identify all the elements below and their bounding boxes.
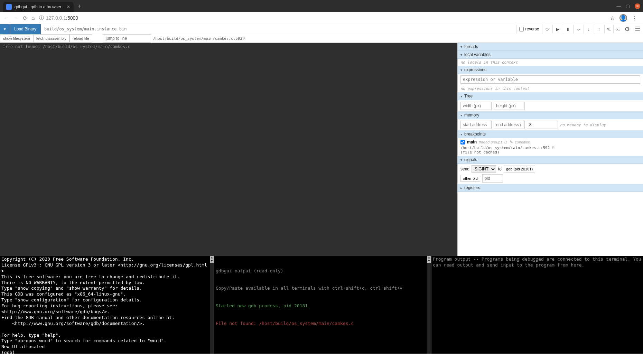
step-out-icon[interactable]: ↑ [594, 25, 604, 34]
show-filesystem-button[interactable]: show filesystem [0, 34, 33, 43]
step-instruction-button[interactable]: SI [613, 25, 622, 34]
terminal-area: Copyright (C) 2020 Free Software Foundat… [0, 256, 643, 354]
next-instruction-button[interactable]: NI [604, 25, 613, 34]
reverse-checkbox-label[interactable]: reverse [516, 25, 542, 34]
site-info-icon[interactable]: ⓘ [39, 15, 44, 21]
edit-condition-icon[interactable]: ✎ [510, 140, 513, 144]
expression-input[interactable] [460, 75, 640, 84]
menu-icon[interactable]: ☰ [632, 25, 643, 33]
terminal-line: <http://www.gnu.org/software/gdb/bugs/>. [1, 309, 209, 315]
terminal-line: This is free software: you are free to c… [1, 274, 209, 280]
breakpoint-row: main thread groups: i1 ✎condition /host/… [458, 138, 643, 156]
binary-path-input[interactable] [41, 25, 516, 34]
signals-header[interactable]: ▾signals [458, 156, 643, 164]
program-output-terminal[interactable]: Program output -- Programs being debugge… [431, 256, 643, 354]
browser-nav-bar: ← → ⟳ ⌂ ⓘ 127.0.0.1:5000 ☆ 👤 ⋮ [0, 12, 643, 24]
chevron-down-icon: ▾ [460, 45, 462, 49]
terminal-line: This GDB was configured as "x86_64-linux… [1, 291, 209, 297]
pause-icon[interactable]: ⏸ [563, 25, 573, 34]
breakpoint-function: main [467, 140, 477, 144]
fetch-disassembly-button[interactable]: fetch disassembly [33, 34, 69, 43]
registers-header[interactable]: ▸registers [458, 184, 643, 192]
url-bar[interactable]: ⓘ 127.0.0.1:5000 [39, 15, 606, 21]
signal-select[interactable]: SIGINT [472, 165, 496, 173]
gdb-terminal[interactable]: Copyright (C) 2020 Free Software Foundat… [0, 256, 210, 354]
browser-tab-bar: gdbgui - gdb in a browser ✕ + — ▢ ✕ [0, 0, 643, 12]
copy-path-icon[interactable]: ⎘ [243, 36, 245, 41]
reload-icon[interactable]: ⟳ [23, 15, 27, 21]
browser-menu-icon[interactable]: ⋮ [632, 15, 637, 21]
restart-icon[interactable]: ⟳ [542, 25, 552, 34]
pid-input[interactable] [482, 174, 503, 183]
close-tab-icon[interactable]: ✕ [67, 4, 70, 9]
chevron-down-icon: ▾ [460, 68, 462, 72]
profile-avatar-icon[interactable]: 👤 [619, 14, 627, 22]
program-output-header: Program output -- Programs being debugge… [431, 256, 643, 268]
threads-header[interactable]: ▾threads [458, 43, 643, 51]
memory-start-input[interactable] [460, 121, 492, 129]
jump-to-line-input[interactable] [103, 34, 151, 43]
tree-header[interactable]: ▾Tree [458, 92, 643, 100]
terminal-line [1, 327, 209, 333]
source-toolbar: show filesystem fetch disassembly reload… [0, 34, 643, 43]
expressions-header[interactable]: ▾expressions [458, 66, 643, 74]
arrow-up-icon[interactable]: ▲ [427, 256, 431, 259]
home-icon[interactable]: ⌂ [31, 15, 35, 21]
url-port: :5000 [66, 15, 78, 21]
terminal-divider[interactable]: ▲ ▼ [210, 256, 214, 354]
breakpoint-thread-groups: thread groups: i1 [479, 140, 507, 144]
memory-header[interactable]: ▾memory [458, 111, 643, 119]
terminal-divider[interactable]: ▲ ▼ [427, 256, 431, 354]
binary-dropdown-button[interactable]: ▼ [0, 24, 10, 34]
breakpoint-enable-checkbox[interactable] [460, 140, 465, 144]
new-tab-button[interactable]: + [78, 3, 81, 9]
gdbgui-copypaste-hint: Copy/Paste available in all terminals wi… [216, 286, 426, 291]
breakpoint-file: /host/build/os_system/main/camkes.c:592 [460, 146, 550, 150]
terminal-line: License GPLv3+: GNU GPL version 3 or lat… [1, 262, 209, 274]
copy-icon[interactable]: ⎘ [552, 146, 555, 150]
memory-bytes-input[interactable] [527, 121, 558, 129]
minimize-icon[interactable]: — [616, 3, 621, 9]
memory-end-input[interactable] [494, 121, 525, 129]
breakpoint-cached-status: (file not cached) [460, 150, 640, 155]
reload-file-button[interactable]: reload file [69, 34, 92, 43]
file-not-found-message: file not found: /host/build/os_system/ma… [3, 44, 455, 49]
chevron-down-icon: ▾ [460, 132, 462, 136]
step-in-icon[interactable]: ↓ [584, 25, 594, 34]
arrow-down-icon[interactable]: ▼ [427, 259, 431, 263]
no-locals-message: no locals in this context [458, 59, 643, 66]
terminal-line: New UI allocated [1, 344, 209, 350]
tree-height-input[interactable] [494, 102, 525, 110]
back-icon[interactable]: ← [3, 15, 9, 21]
gdb-pid-button[interactable]: gdb (pid 20181) [504, 166, 535, 172]
chevron-down-icon: ▾ [460, 94, 462, 98]
other-pid-button[interactable]: other pid [460, 175, 480, 182]
arrow-up-icon[interactable]: ▲ [210, 256, 214, 259]
step-over-icon[interactable]: ⤼ [573, 25, 584, 34]
reverse-checkbox[interactable] [519, 27, 524, 31]
breakpoints-header[interactable]: ▾breakpoints [458, 130, 643, 138]
chevron-down-icon: ▾ [460, 158, 462, 162]
maximize-icon[interactable]: ▢ [626, 3, 630, 9]
arrow-down-icon[interactable]: ▼ [210, 259, 214, 263]
chevron-down-icon: ▾ [460, 113, 462, 117]
load-binary-button[interactable]: Load Binary [10, 24, 41, 34]
chevron-right-icon: ▸ [460, 186, 462, 190]
source-code-area[interactable]: file not found: /host/build/os_system/ma… [0, 43, 457, 256]
current-file-path: /host/build/os_system/main/camkes.c:592 … [151, 34, 248, 43]
settings-icon[interactable]: ⚙ [622, 25, 632, 33]
gdbgui-toolbar: ▼ Load Binary reverse ⟳ ▶ ⏸ ⤼ ↓ ↑ NI SI … [0, 24, 643, 34]
terminal-line: For bug reporting instructions, please s… [1, 303, 209, 309]
tree-width-input[interactable] [460, 102, 492, 110]
gdbgui-output-terminal[interactable]: gdbgui output (read-only) Copy/Paste ava… [214, 256, 427, 354]
main-area: file not found: /host/build/os_system/ma… [0, 43, 643, 256]
local-variables-header[interactable]: ▾local variables [458, 51, 643, 59]
star-icon[interactable]: ☆ [610, 15, 615, 21]
right-panel: ▾threads ▾local variables no locals in t… [457, 43, 643, 256]
close-window-icon[interactable]: ✕ [635, 3, 640, 9]
browser-tab[interactable]: gdbgui - gdb in a browser ✕ [3, 2, 74, 12]
url-host: 127.0.0.1 [46, 15, 66, 21]
continue-icon[interactable]: ▶ [552, 25, 563, 34]
forward-icon[interactable]: → [13, 15, 19, 21]
gdb-started-message: Started new gdb process, pid 20181 [216, 303, 426, 309]
